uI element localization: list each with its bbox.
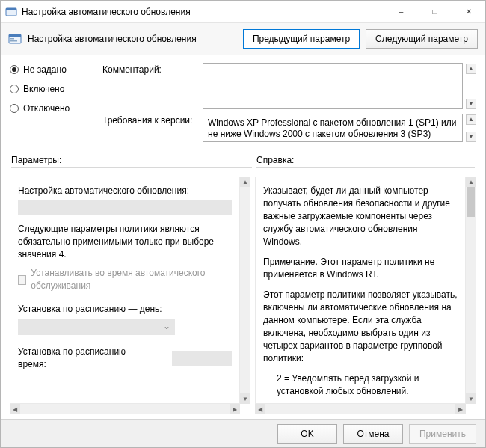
- scroll-up-icon[interactable]: ▲: [466, 64, 476, 74]
- help-paragraph: 2 = Уведомлять перед загрузкой и установ…: [263, 372, 458, 398]
- radio-dot-icon: [10, 85, 19, 93]
- options-scrollbar-h[interactable]: ◀ ▶: [10, 404, 240, 414]
- radio-enabled[interactable]: Включено: [10, 84, 99, 94]
- schedule-time-label: Установка по расписанию — время:: [18, 346, 166, 371]
- help-panel: Указывает, будет ли данный компьютер пол…: [255, 177, 476, 414]
- auto-update-label: Настройка автоматического обновления:: [18, 185, 232, 197]
- svg-rect-3: [9, 34, 21, 37]
- page-subtitle: Настройка автоматического обновления: [28, 34, 243, 44]
- apply-button[interactable]: Применить: [409, 424, 476, 444]
- policy-icon: [8, 32, 22, 46]
- radio-dot-icon: [10, 104, 19, 113]
- requirements-label: Требования к версии:: [102, 114, 200, 126]
- options-content: Настройка автоматического обновления: Сл…: [10, 177, 240, 404]
- header-row: Настройка автоматического обновления Пре…: [1, 23, 485, 55]
- scroll-left-icon[interactable]: ◀: [10, 404, 20, 414]
- scroll-up-icon[interactable]: ▲: [466, 114, 476, 125]
- radio-label: Включено: [23, 84, 64, 94]
- mid-panels: Настройка автоматического обновления: Сл…: [10, 169, 476, 414]
- comment-label: Комментарий:: [102, 63, 200, 75]
- options-note: Следующие параметры политики являются об…: [18, 223, 232, 261]
- radio-dot-icon: [10, 65, 19, 74]
- scroll-down-icon[interactable]: ▼: [466, 99, 476, 109]
- schedule-time-field[interactable]: [172, 351, 232, 366]
- close-button[interactable]: ✕: [452, 1, 485, 22]
- cancel-button[interactable]: Отмена: [343, 424, 403, 444]
- options-panel: Настройка автоматического обновления: Сл…: [10, 177, 250, 414]
- schedule-day-combo[interactable]: [18, 319, 175, 335]
- scroll-left-icon[interactable]: ◀: [255, 404, 265, 414]
- help-paragraph: Примечание. Этот параметр политики не пр…: [263, 256, 458, 281]
- titlebar-controls: – □ ✕: [384, 1, 485, 22]
- scroll-thumb[interactable]: [467, 187, 475, 217]
- scroll-right-icon[interactable]: ▶: [230, 404, 240, 414]
- radio-disabled[interactable]: Отключено: [10, 103, 99, 114]
- panel-headers: Параметры: Справка:: [10, 152, 476, 169]
- svg-rect-5: [10, 40, 17, 42]
- svg-rect-4: [10, 38, 14, 40]
- scroll-down-icon[interactable]: ▼: [466, 132, 476, 142]
- footer: OK Отмена Применить: [1, 419, 485, 447]
- help-content: Указывает, будет ли данный компьютер пол…: [255, 177, 466, 404]
- state-radios: Не задано Включено Отключено: [10, 63, 99, 114]
- nav-buttons: Предыдущий параметр Следующий параметр: [243, 29, 478, 49]
- help-scrollbar-h[interactable]: ◀ ▶: [255, 404, 466, 414]
- help-paragraph: Этот параметр политики позволяет указыва…: [263, 289, 458, 365]
- body-area: Не задано Включено Отключено Комментарий…: [1, 55, 485, 419]
- install-during-maintenance-checkbox[interactable]: Устанавливать во время автоматического о…: [18, 267, 232, 292]
- scroll-down-icon[interactable]: ▼: [240, 393, 250, 404]
- next-setting-button[interactable]: Следующий параметр: [366, 29, 478, 49]
- radio-not-configured[interactable]: Не задано: [10, 64, 99, 75]
- options-header: Параметры:: [11, 155, 61, 165]
- svg-rect-1: [6, 8, 16, 10]
- auto-update-combo[interactable]: [18, 200, 232, 215]
- ok-button[interactable]: OK: [277, 424, 337, 444]
- separator: [10, 148, 476, 149]
- gpedit-property-window: Настройка автоматического обновления – □…: [0, 0, 486, 448]
- requirements-scroll: ▲ ▼: [466, 114, 476, 142]
- prev-setting-button[interactable]: Предыдущий параметр: [243, 29, 360, 49]
- help-scrollbar-v[interactable]: ▲ ▼: [466, 177, 476, 404]
- checkbox-label: Устанавливать во время автоматического о…: [31, 267, 232, 292]
- minimize-button[interactable]: –: [384, 1, 418, 22]
- radio-label: Отключено: [23, 103, 70, 114]
- requirements-text: Windows XP Professional с пакетом обновл…: [203, 114, 463, 142]
- radio-label: Не задано: [23, 64, 67, 75]
- app-icon: [5, 6, 17, 18]
- comment-scroll: ▲ ▼: [466, 63, 476, 109]
- scroll-up-icon[interactable]: ▲: [466, 177, 476, 187]
- scroll-down-icon[interactable]: ▼: [466, 393, 476, 404]
- help-header: Справка:: [256, 155, 294, 165]
- checkbox-icon: [18, 275, 26, 285]
- scroll-up-icon[interactable]: ▲: [240, 177, 250, 187]
- titlebar: Настройка автоматического обновления – □…: [1, 1, 485, 23]
- options-scrollbar-v[interactable]: ▲ ▼: [240, 177, 250, 404]
- window-title: Настройка автоматического обновления: [22, 7, 384, 17]
- help-paragraph: Указывает, будет ли данный компьютер пол…: [263, 185, 458, 248]
- comment-textarea[interactable]: [203, 63, 463, 109]
- top-grid: Не задано Включено Отключено Комментарий…: [10, 63, 476, 142]
- scroll-right-icon[interactable]: ▶: [455, 404, 466, 414]
- schedule-day-label: Установка по расписанию — день:: [18, 303, 232, 316]
- maximize-button[interactable]: □: [418, 1, 452, 22]
